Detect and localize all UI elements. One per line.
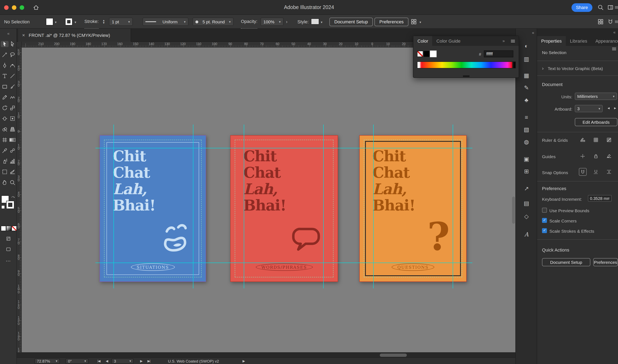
perspective-grid-tool[interactable] [8, 126, 16, 132]
panel-menu-icon[interactable] [510, 39, 515, 43]
artboard-words-card[interactable]: Chit Chat Lah, Bhai! WORDS/PHRASES [230, 135, 338, 282]
zoom-level-dropdown[interactable]: 72.87%▾ [34, 358, 60, 364]
transparency-grid-icon[interactable] [605, 136, 613, 144]
black-swatch[interactable] [424, 51, 429, 56]
none-button[interactable] [12, 226, 16, 231]
next-artboard-icon[interactable]: ▸ [614, 106, 616, 110]
swap-fill-stroke-icon[interactable] [12, 196, 15, 199]
speech-bubble-icon[interactable] [290, 226, 323, 254]
text-to-vector-row[interactable]: Text to Vector Graphic (Beta) [548, 66, 603, 71]
scale-tool[interactable] [8, 105, 16, 111]
column-graph-tool[interactable] [8, 158, 16, 164]
gradient-button[interactable] [6, 226, 11, 231]
color-spectrum-bar[interactable] [417, 62, 516, 68]
snap-to-grid-icon[interactable] [592, 168, 600, 176]
stroke-stepper[interactable]: ▲▼ [103, 19, 105, 24]
scale-corners-checkbox[interactable] [542, 218, 547, 223]
app-menu-icon[interactable] [615, 4, 618, 11]
opacity-panel-arrow-icon[interactable]: › [286, 15, 287, 29]
next-artboard-icon[interactable]: ▶ [140, 358, 142, 364]
blend-tool[interactable] [8, 147, 16, 154]
opacity-label[interactable]: Opacity: [241, 15, 258, 29]
layers-panel-icon[interactable]: ▣ [516, 156, 537, 162]
free-transform-tool[interactable] [8, 116, 16, 122]
stroke-label[interactable]: Stroke: [84, 15, 99, 29]
tab-color[interactable]: Color [413, 36, 432, 46]
pen-tool[interactable] [1, 62, 8, 68]
pencil-tool[interactable] [1, 94, 8, 100]
scale-strokes-effects-checkbox[interactable] [542, 228, 547, 233]
color-button[interactable] [1, 226, 6, 231]
transparency-panel-icon[interactable]: ◍ [516, 139, 537, 145]
preferences-button[interactable]: Preferences [374, 17, 409, 26]
tab-properties[interactable]: Properties [537, 36, 566, 46]
opacity-dropdown[interactable]: 100%▾ [260, 18, 283, 26]
chevron-down-icon[interactable]: ▾ [55, 21, 57, 24]
panel-menu-icon[interactable] [611, 46, 616, 51]
workspace-grid-icon[interactable] [597, 18, 604, 25]
width-profile-dropdown[interactable]: Uniform▾ [142, 18, 188, 26]
collapse-panel-icon[interactable]: « [613, 30, 616, 34]
card-badge[interactable]: QUESTIONS [392, 263, 434, 271]
previous-artboard-icon[interactable]: ◂ [607, 106, 610, 110]
selection-tool[interactable] [1, 41, 8, 47]
control-menu-icon[interactable] [615, 18, 618, 25]
rectangle-tool[interactable] [1, 84, 8, 90]
curvature-tool[interactable] [8, 62, 16, 68]
question-mark-icon[interactable]: ? [427, 216, 450, 257]
line-segment-tool[interactable] [8, 73, 16, 79]
show-guides-icon[interactable] [579, 152, 587, 160]
brushes-panel-icon[interactable]: ✎ [516, 84, 537, 91]
rotate-tool[interactable] [1, 105, 8, 111]
keyboard-increment-field[interactable] [588, 195, 612, 202]
artboard-nav-dropdown[interactable]: 3▾ [111, 358, 134, 364]
card-badge[interactable]: WORDS/PHRASES [256, 263, 313, 271]
paintbrush-tool[interactable] [8, 84, 16, 90]
arrange-documents-icon[interactable] [411, 18, 417, 25]
hex-value-field[interactable] [484, 50, 513, 57]
artboards-panel-icon[interactable]: ⊞ [516, 168, 537, 175]
snap-to-glyph-icon[interactable]: A [605, 168, 613, 176]
stroke-panel-icon[interactable]: ≡ [516, 114, 537, 120]
fill-stroke-indicator[interactable] [2, 196, 15, 211]
preferences-button[interactable]: Preferences [593, 258, 618, 266]
libraries-panel-icon[interactable]: ▤ [516, 200, 537, 207]
artboard-dropdown[interactable]: 3▾ [575, 105, 603, 112]
transform-panel-icon[interactable]: ◇ [516, 213, 537, 220]
fill-swatch[interactable] [46, 18, 53, 25]
stroke-weight-dropdown[interactable]: 1 pt▾ [109, 18, 133, 26]
magic-wand-tool[interactable] [1, 52, 8, 58]
panel-resize-grip[interactable] [463, 75, 469, 77]
card-title[interactable]: Chit Chat Lah, Bhai! [243, 148, 286, 213]
show-grid-icon[interactable] [592, 136, 600, 144]
drawing-modes-icon[interactable] [0, 236, 17, 242]
slice-tool[interactable] [8, 169, 16, 175]
layout-columns-icon[interactable] [607, 4, 614, 11]
card-title[interactable]: Chit Chat Lah, Bhai! [373, 148, 415, 213]
gradient-panel-icon[interactable]: ▧ [516, 126, 537, 133]
expand-dock-icon[interactable]: « [532, 30, 534, 35]
status-play-icon[interactable]: ▶ [243, 358, 245, 364]
use-preview-bounds-checkbox[interactable] [542, 208, 547, 213]
shape-builder-tool[interactable] [1, 126, 8, 132]
symbol-sprayer-tool[interactable] [1, 158, 8, 164]
expand-panel-icon[interactable]: » [502, 39, 505, 43]
show-rulers-icon[interactable] [579, 136, 587, 144]
smiley-bean-icon[interactable] [161, 222, 191, 255]
character-styles-panel-icon[interactable]: A [516, 231, 537, 238]
close-tab-icon[interactable]: × [22, 32, 25, 38]
snap-to-point-icon[interactable] [579, 168, 587, 176]
tab-color-guide[interactable]: Color Guide [432, 36, 464, 46]
horizontal-scrollbar[interactable] [17, 352, 515, 357]
document-tab[interactable]: × FRONT .ai* @ 72.87 % (CMYK/Preview) [18, 29, 131, 42]
symbols-panel-icon[interactable]: ♣ [516, 97, 537, 103]
units-dropdown[interactable]: Millimeters▾ [575, 92, 617, 100]
card-title[interactable]: Chit Chat Lah, Bhai! [113, 148, 155, 213]
screen-mode-icon[interactable] [0, 247, 17, 253]
tab-libraries[interactable]: Libraries [566, 36, 591, 46]
last-artboard-icon[interactable]: ▶| [147, 358, 150, 364]
stroke-color-swatch[interactable] [7, 201, 14, 208]
document-setup-button[interactable]: Document Setup [542, 258, 590, 266]
artboard-situations-card[interactable]: Chit Chat Lah, Bhai! SITUATIONS [100, 135, 206, 282]
horizontal-scrollbar-thumb[interactable] [380, 353, 407, 357]
